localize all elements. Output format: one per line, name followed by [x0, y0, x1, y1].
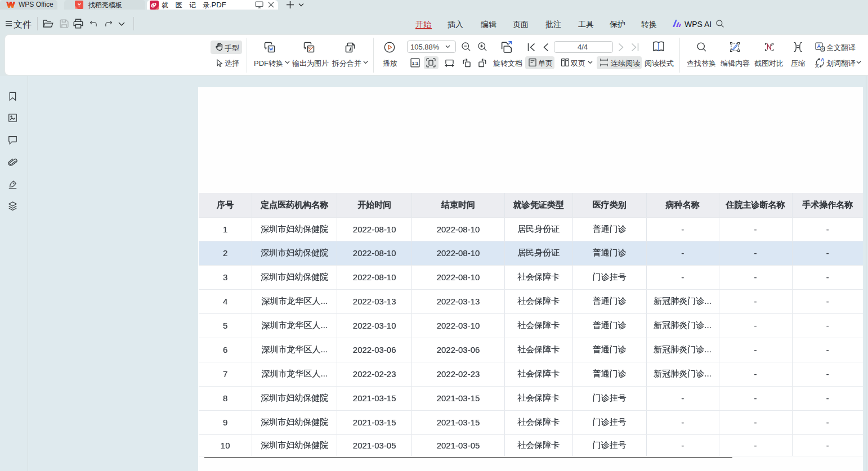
- svg-text:文: 文: [815, 63, 819, 68]
- svg-text:A: A: [821, 57, 825, 62]
- svg-text:文: 文: [821, 47, 824, 51]
- svg-text:1:1: 1:1: [412, 61, 419, 66]
